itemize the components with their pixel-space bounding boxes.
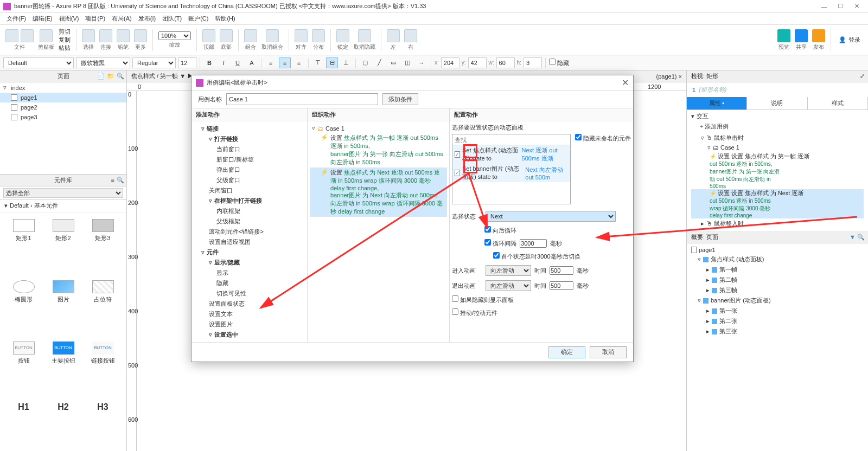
bold-button[interactable]: B [203, 57, 215, 68]
y-input[interactable] [468, 57, 487, 68]
act-new-window[interactable]: 新窗口/新标签 [194, 154, 305, 165]
weight-select[interactable]: Regular [132, 57, 176, 68]
widget-link-button[interactable]: BUTTON链接按钮 [84, 339, 122, 400]
tab-style[interactable]: 样式 [808, 97, 868, 109]
add-page-icon[interactable]: 📄 [97, 73, 105, 80]
valign-top-button[interactable]: ⊤ [312, 57, 324, 68]
border-button[interactable]: ▭ [387, 57, 399, 68]
menu-account[interactable]: 账户(C) [185, 15, 212, 23]
h-input[interactable] [524, 57, 542, 68]
loop-interval-input[interactable] [520, 239, 547, 248]
case-name-input[interactable] [226, 93, 378, 105]
act-set-panel-state[interactable]: 设置面板状态 [194, 299, 305, 309]
arrow-button[interactable]: → [416, 57, 427, 68]
widget-h3[interactable]: H3 [84, 400, 122, 447]
align-right-icon[interactable] [404, 29, 417, 42]
library-select[interactable]: 选择全部 [3, 188, 123, 198]
show-if-hidden-checkbox[interactable]: 如果隐藏则显示面板 [452, 295, 514, 304]
align-left-button[interactable]: ≡ [265, 57, 277, 68]
tab-notes[interactable]: 说明 [747, 97, 807, 109]
outline-banner-panel[interactable]: ▿ banner图片 (动态面板) [687, 295, 868, 306]
anim-in-select[interactable]: 向左滑动 [486, 265, 531, 276]
dialog-close-button[interactable]: ✕ [622, 78, 629, 88]
valign-mid-button[interactable]: ⊟ [326, 57, 338, 68]
group-icon[interactable] [244, 29, 257, 42]
zoom-select[interactable]: 100% [158, 31, 191, 40]
case-1[interactable]: ▿🗂 Case 1 [691, 143, 864, 152]
delay-first-checkbox[interactable]: 首个状态延时3000毫秒后切换 [493, 252, 580, 261]
widget-item-banner[interactable]: ✓Set banner图片 (动态面板) state to Next 向左滑动 … [452, 164, 570, 182]
act-parent-frame[interactable]: 父级框架 [194, 216, 305, 227]
copy-btn[interactable]: 复制 [59, 36, 71, 44]
filter-icon[interactable]: ▼ 🔍 [850, 234, 865, 241]
outline-img1[interactable]: ▸ 第一张 [687, 306, 868, 316]
widget-ellipse[interactable]: 椭圆形 [4, 278, 43, 338]
align-left-icon[interactable] [387, 29, 400, 42]
lib-menu-icon[interactable]: ≡ [111, 177, 114, 184]
align-center-button[interactable]: ≡ [279, 57, 291, 68]
outline-img3[interactable]: ▸ 第三张 [687, 326, 868, 337]
ok-button[interactable]: 确定 [548, 346, 585, 358]
expand-icon[interactable]: ⤢ [860, 73, 865, 80]
loop-back-checkbox[interactable]: 向后循环 [484, 226, 516, 235]
style-select[interactable]: Default [3, 57, 74, 68]
add-condition-button[interactable]: 添加条件 [382, 93, 418, 105]
align-icon[interactable] [295, 29, 308, 42]
outline-frame2[interactable]: ▸ 第二帧 [687, 275, 868, 285]
maximize-button[interactable]: ☐ [832, 1, 848, 12]
loop-interval-checkbox[interactable]: 循环间隔 [484, 239, 516, 248]
menu-project[interactable]: 项目(P) [82, 15, 108, 23]
canvas-tab[interactable]: 焦点样式 / 第一帧 ▼ ▶ [131, 72, 193, 80]
push-pull-checkbox[interactable]: 推动/拉动元件 [452, 308, 497, 317]
widget-search-input[interactable] [452, 134, 570, 145]
grp-frame[interactable]: ▿在框架中打开链接 [194, 196, 305, 206]
paste-icon[interactable] [40, 29, 53, 42]
select-state-dropdown[interactable]: Next [486, 211, 616, 222]
italic-button[interactable]: I [218, 57, 229, 68]
act-inline-frame[interactable]: 内联框架 [194, 206, 305, 216]
pen-icon[interactable] [117, 29, 130, 42]
add-folder-icon[interactable]: 📁 [107, 73, 114, 80]
act-toggle[interactable]: 切换可见性 [194, 288, 305, 299]
cut-btn[interactable]: 剪切 [59, 28, 71, 36]
widget-name[interactable]: (矩形名称) [699, 86, 726, 94]
library-category[interactable]: ▾Default › 基本元件 [0, 199, 126, 212]
publish-icon[interactable] [812, 29, 825, 42]
widget-image[interactable]: 图片 [44, 278, 82, 338]
login-button[interactable]: 👤登录 [834, 36, 865, 44]
minimize-button[interactable]: — [816, 1, 832, 12]
outline-frame1[interactable]: ▸ 第一帧 [687, 265, 868, 275]
page-item-page2[interactable]: page2 [0, 102, 126, 112]
hidden-checkbox[interactable]: 隐藏 [549, 59, 569, 67]
act-current-window[interactable]: 当前窗口 [194, 144, 305, 154]
connect-icon[interactable] [99, 29, 112, 42]
menu-file[interactable]: 文件(F) [3, 15, 29, 23]
new-icon[interactable] [5, 29, 18, 42]
outline-page1[interactable]: page1 [687, 246, 868, 254]
widget-rect3[interactable]: 矩形3 [84, 217, 122, 277]
grp-open[interactable]: ▿打开链接 [194, 134, 305, 144]
act-set-text[interactable]: 设置文本 [194, 309, 305, 319]
widget-h2[interactable]: H2 [44, 400, 82, 447]
act-scroll[interactable]: 滚动到元件<锚链接> [194, 227, 305, 237]
x-input[interactable] [441, 57, 459, 68]
act-close-window[interactable]: 关闭窗口 [194, 185, 305, 196]
hide-unnamed-checkbox[interactable]: 隐藏未命名的元件 [575, 134, 631, 143]
lock-icon[interactable] [336, 29, 349, 42]
more-icon[interactable] [134, 29, 147, 42]
tab-properties[interactable]: 属性• [687, 97, 747, 109]
valign-bot-button[interactable]: ⊥ [340, 57, 352, 68]
w-input[interactable] [496, 57, 515, 68]
page-root[interactable]: ▿index [0, 82, 126, 93]
fill-button[interactable]: ▢ [359, 57, 371, 68]
widget-item-focus[interactable]: ✓Set 焦点样式 (动态面板) state to Next 逐渐 out 50… [452, 145, 570, 164]
menu-edit[interactable]: 编辑(E) [29, 15, 56, 23]
anim-in-time-input[interactable] [550, 266, 573, 275]
line-button[interactable]: ╱ [373, 57, 385, 68]
act-adaptive[interactable]: 设置自适应视图 [194, 237, 305, 247]
fontsize-input[interactable] [178, 57, 196, 68]
outline-img2[interactable]: ▸ 第二张 [687, 316, 868, 326]
align-right-button[interactable]: ≡ [293, 57, 305, 68]
menu-view[interactable]: 视图(V) [56, 15, 82, 23]
distribute-icon[interactable] [312, 29, 325, 42]
